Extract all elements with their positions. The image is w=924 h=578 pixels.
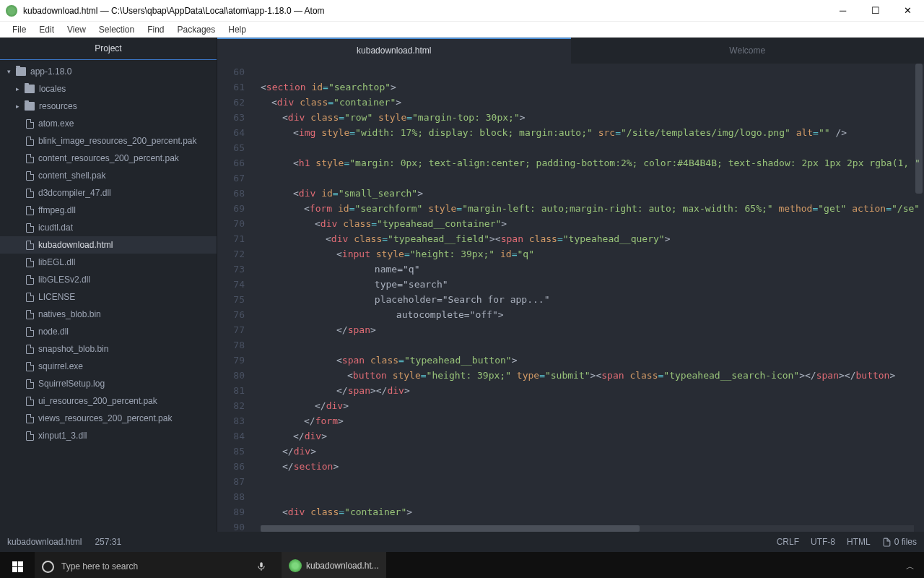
tree-file[interactable]: snapshot_blob.bin [0,340,217,358]
tree-file[interactable]: ui_resources_200_percent.pak [0,392,217,410]
menu-view[interactable]: View [61,23,92,36]
close-button[interactable]: ✕ [892,0,924,22]
tree-file[interactable]: atom.exe [0,115,217,132]
file-tree[interactable]: ▾app-1.18.0▸locales▸resourcesatom.exebli… [0,60,217,532]
menu-help[interactable]: Help [222,23,253,36]
tree-file[interactable]: LICENSE [0,288,217,306]
tree-file[interactable]: libGLESv2.dll [0,271,217,288]
tree-file[interactable]: views_resources_200_percent.pak [0,410,217,427]
status-language[interactable]: HTML [847,537,871,547]
system-tray[interactable]: ︿ [899,552,924,578]
tab[interactable]: kubadownload.html [217,38,571,64]
taskbar-search[interactable]: Type here to search [35,552,282,578]
tree-file[interactable]: kubadownload.html [0,236,217,254]
menubar: FileEditViewSelectionFindPackagesHelp [0,22,924,38]
menu-file[interactable]: File [6,23,32,36]
project-sidebar: Project ▾app-1.18.0▸locales▸resourcesato… [0,38,217,532]
status-file[interactable]: kubadownload.html [7,537,82,547]
windows-taskbar: Type here to search kubadownload.ht... ︿ [0,552,924,578]
svg-rect-0 [260,562,263,567]
tree-file[interactable]: d3dcompiler_47.dll [0,184,217,202]
statusbar: kubadownload.html 257:31 CRLF UTF-8 HTML… [0,532,924,552]
code-content[interactable]: <section id="searchtop"><div class="cont… [255,64,924,532]
minimize-button[interactable]: ─ [827,0,859,22]
taskbar-app-atom[interactable]: kubadownload.ht... [282,552,386,578]
tray-chevron-up-icon[interactable]: ︿ [899,561,921,573]
status-cursor[interactable]: 257:31 [95,537,121,547]
tree-file[interactable]: blink_image_resources_200_percent.pak [0,132,217,150]
tree-file[interactable]: ffmpeg.dll [0,202,217,219]
sidebar-title: Project [0,38,217,60]
vertical-scrollbar[interactable] [915,64,923,525]
atom-taskbar-icon [289,559,302,572]
taskbar-app-label: kubadownload.ht... [306,561,379,571]
maximize-button[interactable]: ☐ [859,0,892,22]
horizontal-scrollbar[interactable] [261,525,914,532]
window-title: kubadownload.html — C:\Users\qbap\AppDat… [23,6,827,16]
atom-app-icon [6,5,17,17]
app-area: Project ▾app-1.18.0▸locales▸resourcesato… [0,38,924,532]
line-gutter: 60 61 62 63 64 65 66 67 68 69 70 71 72 7… [217,64,255,532]
tree-file[interactable]: content_shell.pak [0,167,217,184]
menu-packages[interactable]: Packages [171,23,222,36]
window-controls: ─ ☐ ✕ [827,0,924,22]
mic-icon[interactable] [248,552,274,578]
tab[interactable]: Welcome [571,38,925,64]
tree-file[interactable]: icudtl.dat [0,219,217,236]
menu-selection[interactable]: Selection [92,23,141,36]
tree-file[interactable]: xinput1_3.dll [0,427,217,444]
tree-file[interactable]: SquirrelSetup.log [0,375,217,392]
tree-folder-locales[interactable]: ▸locales [0,80,217,98]
menu-edit[interactable]: Edit [32,23,61,36]
tree-folder-resources[interactable]: ▸resources [0,98,217,115]
status-lineending[interactable]: CRLF [777,537,799,547]
tab-bar: kubadownload.htmlWelcome [217,38,924,64]
status-files-icon[interactable]: 0 files [882,537,917,547]
window-titlebar: kubadownload.html — C:\Users\qbap\AppDat… [0,0,924,22]
editor-body[interactable]: 60 61 62 63 64 65 66 67 68 69 70 71 72 7… [217,64,924,532]
tree-file[interactable]: node.dll [0,323,217,340]
tree-file[interactable]: libEGL.dll [0,254,217,271]
taskbar-search-placeholder: Type here to search [61,561,138,571]
windows-logo-icon [12,561,23,572]
tree-file[interactable]: squirrel.exe [0,358,217,375]
start-button[interactable] [0,552,35,578]
editor-area: kubadownload.htmlWelcome 60 61 62 63 64 … [217,38,924,532]
cortana-circle-icon [42,561,54,573]
tree-file[interactable]: content_resources_200_percent.pak [0,150,217,167]
status-files-count: 0 files [894,537,917,547]
tree-root[interactable]: ▾app-1.18.0 [0,63,217,80]
status-encoding[interactable]: UTF-8 [811,537,835,547]
menu-find[interactable]: Find [141,23,170,36]
tree-file[interactable]: natives_blob.bin [0,306,217,323]
